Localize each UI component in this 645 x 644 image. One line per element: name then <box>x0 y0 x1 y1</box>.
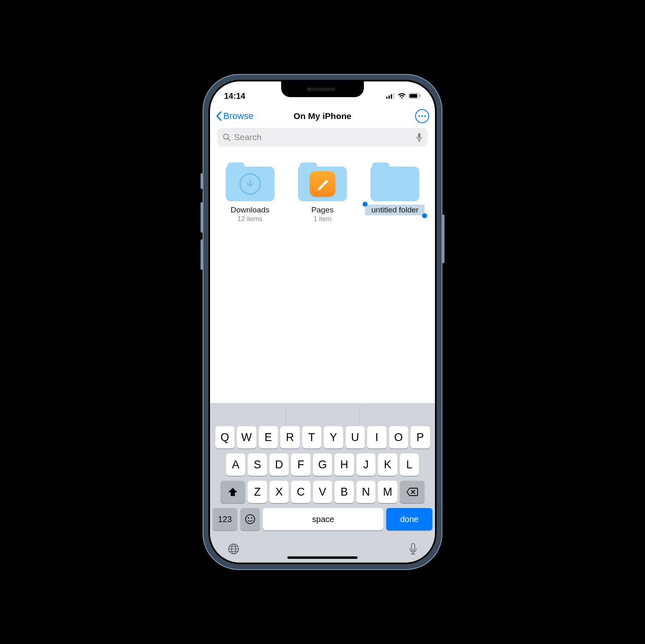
key-h[interactable]: H <box>334 453 354 476</box>
notch <box>281 81 364 97</box>
svg-rect-2 <box>391 94 392 99</box>
earpiece <box>310 88 335 91</box>
nav-bar: Browse On My iPhone <box>210 105 435 128</box>
pages-app-icon <box>310 171 335 197</box>
key-x[interactable]: X <box>270 481 289 503</box>
key-b[interactable]: B <box>334 481 354 503</box>
key-n[interactable]: N <box>356 481 376 503</box>
svg-rect-9 <box>418 133 420 138</box>
key-row-1: QWERTYUIOP <box>213 426 432 448</box>
mute-switch <box>201 173 203 189</box>
download-arrow-icon <box>239 173 261 195</box>
wifi-icon <box>398 93 406 99</box>
back-label: Browse <box>223 111 253 122</box>
key-o[interactable]: O <box>389 426 408 448</box>
folder-icon <box>370 162 419 201</box>
space-key[interactable]: space <box>263 508 383 530</box>
key-row-4: 123 space done <box>213 508 432 530</box>
volume-up-button <box>201 202 203 233</box>
search-icon <box>222 133 231 141</box>
key-f[interactable]: F <box>291 453 311 476</box>
more-button[interactable] <box>415 109 429 123</box>
keyboard: QWERTYUIOP ASDFGHJKL ZXCVBNM 123 <box>210 403 435 563</box>
key-p[interactable]: P <box>411 426 430 448</box>
key-q[interactable]: Q <box>215 426 235 448</box>
key-j[interactable]: J <box>356 453 376 476</box>
volume-down-button <box>201 239 203 270</box>
key-k[interactable]: K <box>378 453 397 476</box>
key-r[interactable]: R <box>280 426 300 448</box>
dictation-icon[interactable] <box>408 543 418 555</box>
key-v[interactable]: V <box>313 481 332 503</box>
backspace-key[interactable] <box>400 481 425 503</box>
key-c[interactable]: C <box>291 481 311 503</box>
home-indicator[interactable] <box>287 556 358 559</box>
globe-icon[interactable] <box>227 543 240 555</box>
key-y[interactable]: Y <box>324 426 343 448</box>
phone-frame: 14:14 <box>203 74 442 570</box>
emoji-key[interactable] <box>240 508 260 530</box>
status-time: 14:14 <box>224 91 245 101</box>
key-row-2: ASDFGHJKL <box>213 453 432 476</box>
prediction-bar[interactable] <box>213 406 432 426</box>
back-button[interactable]: Browse <box>216 111 253 122</box>
search-field[interactable]: Search <box>217 128 428 147</box>
ellipsis-icon <box>418 115 420 117</box>
svg-rect-5 <box>410 94 418 98</box>
folder-name: Pages <box>311 205 334 215</box>
key-u[interactable]: U <box>346 426 365 448</box>
key-w[interactable]: W <box>237 426 256 448</box>
svg-point-16 <box>251 517 252 518</box>
folder-untitled[interactable] <box>362 162 428 215</box>
key-d[interactable]: D <box>270 453 289 476</box>
shift-key[interactable] <box>220 481 245 503</box>
microphone-icon[interactable] <box>416 133 423 142</box>
svg-line-8 <box>228 138 230 141</box>
folder-name: Downloads <box>231 205 270 215</box>
folder-grid: Downloads 12 items Pages 1 item <box>210 151 435 403</box>
svg-point-14 <box>246 515 255 524</box>
chevron-left-icon <box>216 111 222 121</box>
svg-rect-6 <box>420 95 421 97</box>
svg-rect-20 <box>411 544 415 550</box>
key-i[interactable]: I <box>367 426 387 448</box>
cellular-icon <box>386 93 395 99</box>
screen: 14:14 <box>210 81 435 563</box>
key-row-3: ZXCVBNM <box>213 481 432 503</box>
key-m[interactable]: M <box>378 481 397 503</box>
power-button <box>442 215 444 263</box>
folder-downloads[interactable]: Downloads 12 items <box>217 162 283 223</box>
folder-subtitle: 1 item <box>313 215 332 223</box>
key-s[interactable]: S <box>248 453 267 476</box>
folder-pages[interactable]: Pages 1 item <box>289 162 356 223</box>
battery-icon <box>408 93 421 99</box>
key-z[interactable]: Z <box>248 481 267 503</box>
svg-rect-3 <box>393 93 394 99</box>
search-placeholder: Search <box>234 132 413 142</box>
key-e[interactable]: E <box>259 426 278 448</box>
svg-point-15 <box>248 517 249 518</box>
svg-rect-0 <box>386 97 387 99</box>
folder-icon <box>226 162 275 201</box>
svg-rect-1 <box>389 95 390 99</box>
key-a[interactable]: A <box>226 453 246 476</box>
key-l[interactable]: L <box>400 453 419 476</box>
key-g[interactable]: G <box>313 453 332 476</box>
numbers-key[interactable]: 123 <box>213 508 237 530</box>
folder-icon <box>298 162 347 201</box>
selection-handle[interactable] <box>422 213 427 218</box>
front-camera <box>307 87 311 91</box>
done-key[interactable]: done <box>386 508 432 530</box>
folder-rename-input[interactable] <box>365 205 425 215</box>
folder-subtitle: 12 items <box>237 215 262 223</box>
key-t[interactable]: T <box>302 426 322 448</box>
